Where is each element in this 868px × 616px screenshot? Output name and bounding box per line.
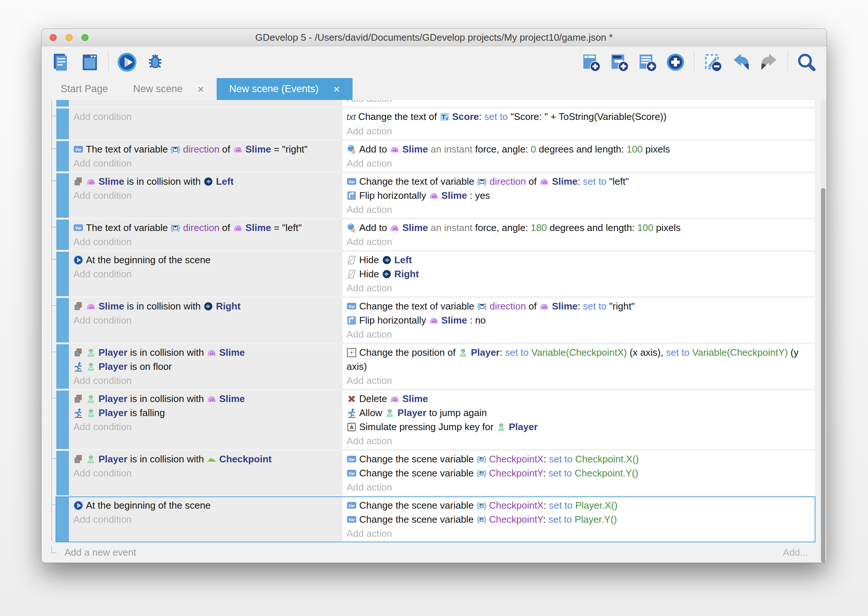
zoom-window-button[interactable] [82, 34, 88, 41]
delete-event-icon[interactable] [703, 52, 723, 72]
add-condition-link[interactable]: Add condition [69, 466, 341, 480]
tab-new-scene[interactable]: New scene× [121, 78, 217, 100]
imgvar-icon: {} [476, 468, 487, 478]
svg-text:{: { [476, 515, 480, 523]
action-line[interactable]: VarChange the text of variable {}directi… [342, 299, 815, 313]
event-drag-handle[interactable] [56, 108, 69, 139]
close-window-button[interactable] [50, 34, 57, 41]
scene-editor-icon[interactable] [79, 52, 100, 72]
action-line[interactable]: ASimulate pressing Jump key for Player [342, 420, 815, 434]
add-condition-link[interactable]: Add condition [69, 110, 341, 124]
debug-icon[interactable] [145, 52, 165, 72]
action-line[interactable]: VarChange the scene variable {}Checkpoin… [342, 498, 815, 512]
add-action-link[interactable]: Add action [342, 124, 815, 138]
add-condition-link[interactable]: Add condition [69, 267, 341, 281]
add-new-event-link[interactable]: Add a new event [64, 547, 136, 558]
action-line[interactable]: VarChange the text of variable {}directi… [342, 174, 815, 189]
action-line[interactable]: Hide Right [342, 267, 815, 281]
add-condition-link[interactable]: Add condition [69, 156, 341, 170]
condition-line[interactable]: Slime is in collision with Right [69, 299, 341, 313]
instruction-text: : [578, 176, 583, 187]
close-icon[interactable]: × [333, 84, 340, 95]
action-line[interactable]: VarChange the scene variable {}Checkpoin… [342, 512, 815, 526]
toolbar-separator [788, 52, 788, 72]
event-drag-handle[interactable] [56, 451, 69, 495]
condition-line[interactable]: Slime is in collision with Left [69, 174, 341, 189]
add-button[interactable]: Add... [783, 547, 808, 558]
add-action-link[interactable]: Add action [342, 203, 815, 217]
condition-line[interactable]: VarThe text of variable {}direction of S… [69, 142, 341, 156]
redo-icon[interactable] [759, 52, 780, 72]
svg-text:Var: Var [349, 517, 355, 522]
tab-start-page[interactable]: Start Page [48, 78, 121, 100]
action-line[interactable]: Add to Slime an instant force, angle: 18… [342, 221, 815, 235]
condition-line[interactable]: VarThe text of variable {}direction of S… [69, 221, 341, 235]
object-name: Player [509, 421, 538, 432]
action-line[interactable]: Add to Slime an instant force, angle: 0 … [342, 142, 815, 156]
event-drag-handle[interactable] [56, 497, 69, 542]
event-drag-handle[interactable] [56, 252, 69, 296]
event-drag-handle[interactable] [56, 173, 69, 218]
action-line[interactable]: VarChange the scene variable {}Checkpoin… [342, 466, 815, 480]
add-condition-link[interactable]: Add condition [69, 313, 341, 327]
add-condition-link[interactable]: Add condition [69, 512, 341, 526]
tab-new-scene-events[interactable]: New scene (Events)× [217, 78, 352, 100]
add-subevent-icon[interactable] [609, 52, 629, 72]
instruction-text: is in collision with [124, 300, 203, 312]
imgvar-icon: {} [476, 515, 487, 525]
scrollbar-thumb[interactable] [821, 188, 826, 563]
search-icon[interactable] [796, 52, 817, 72]
action-line[interactable]: Hide Left [342, 253, 815, 267]
add-action-link[interactable]: Add action [342, 156, 815, 170]
add-condition-link[interactable]: Add condition [69, 374, 341, 388]
close-icon[interactable]: × [197, 84, 204, 95]
event-row: Slime is in collision with RightAdd cond… [56, 298, 815, 343]
action-line[interactable]: Delete Slime [342, 392, 815, 406]
event-drag-handle[interactable] [56, 100, 69, 107]
operator: set to [549, 454, 572, 465]
instruction-text: Simulate pressing Jump key for [359, 421, 496, 432]
actions-cell: Hide LeftHide RightAdd action [341, 252, 815, 296]
expression: Checkpoint.Y() [575, 468, 638, 479]
condition-line[interactable]: At the beginning of the scene [69, 498, 341, 512]
event-drag-handle[interactable] [56, 220, 69, 250]
action-line[interactable]: Flip horizontally Slime : yes [342, 189, 815, 203]
play-icon[interactable] [116, 52, 137, 72]
action-line[interactable]: Change the position of Player: set to Va… [342, 346, 815, 374]
event-drag-handle[interactable] [56, 344, 69, 389]
scrollbar-track[interactable] [821, 100, 826, 563]
add-action-link[interactable]: Add action [342, 480, 815, 494]
event-drag-handle[interactable] [56, 298, 69, 343]
action-line[interactable]: Allow Player to jump again [342, 406, 815, 420]
add-action-link[interactable]: Add action [342, 327, 815, 341]
action-line[interactable]: Flip horizontally Slime : no [342, 313, 815, 327]
qualifier: an instant [428, 222, 473, 233]
event-drag-handle[interactable] [56, 391, 69, 449]
add-action-link[interactable]: Add action [342, 100, 815, 105]
condition-line[interactable]: Player is in collision with Slime [69, 346, 341, 360]
condition-line[interactable]: Player is on floor [69, 360, 341, 374]
instruction-text: is in collision with [124, 176, 203, 187]
add-condition-link[interactable]: Add condition [69, 189, 341, 203]
condition-line[interactable]: Player is in collision with Checkpoint [69, 452, 341, 466]
condition-line[interactable]: At the beginning of the scene [69, 253, 341, 267]
condition-line[interactable]: Player is falling [69, 406, 341, 420]
actions-cell: Delete SlimeAllow Player to jump againAS… [341, 391, 815, 449]
add-comment-icon[interactable] [637, 52, 658, 72]
add-action-link[interactable]: Add action [342, 235, 815, 249]
add-condition-link[interactable]: Add condition [69, 420, 341, 434]
add-action-link[interactable]: Add action [342, 374, 815, 388]
event-drag-handle[interactable] [56, 141, 69, 171]
undo-icon[interactable] [731, 52, 752, 72]
condition-line[interactable]: Player is in collision with Slime [69, 392, 341, 406]
action-line[interactable]: VarChange the scene variable {}Checkpoin… [342, 452, 815, 466]
action-line[interactable]: txtChange the text of TxScore: set to "S… [342, 110, 815, 124]
add-condition-link[interactable]: Add condition [69, 235, 341, 249]
project-manager-icon[interactable] [51, 52, 72, 72]
add-event-icon[interactable] [581, 52, 601, 72]
add-circle-icon[interactable] [665, 52, 686, 72]
add-action-link[interactable]: Add action [342, 526, 815, 541]
minimize-window-button[interactable] [66, 34, 72, 41]
add-action-link[interactable]: Add action [342, 434, 815, 448]
add-action-link[interactable]: Add action [342, 281, 815, 295]
